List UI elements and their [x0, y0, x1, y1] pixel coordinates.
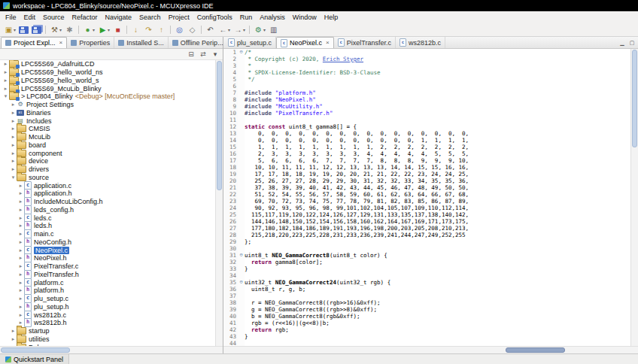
- code-line[interactable]: 23 69, 70, 72, 73, 74, 75, 77, 78, 79, 8…: [223, 198, 638, 205]
- code-line[interactable]: 14 0, 0, 0, 0, 0, 0, 0, 0, 0, 0, 0, 0, 1…: [223, 137, 638, 144]
- tree-expand-icon[interactable]: ▸: [17, 296, 24, 302]
- code-line[interactable]: 33}: [223, 265, 638, 272]
- menu-analysis[interactable]: Analysis: [256, 13, 289, 22]
- menu-configtools[interactable]: ConfigTools: [193, 13, 236, 22]
- dropdown-arrow-icon[interactable]: ▾: [228, 27, 230, 32]
- menu-refactor[interactable]: Refactor: [68, 13, 102, 22]
- tree-item-drivers[interactable]: ▸drivers: [0, 165, 223, 174]
- line-number[interactable]: 32: [223, 259, 238, 265]
- line-number[interactable]: 40: [223, 313, 238, 320]
- line-number[interactable]: 41: [223, 320, 238, 326]
- editor-horizontal-scrollbar[interactable]: [223, 346, 638, 353]
- tree-horizontal-scrollbar-thumb[interactable]: [1, 347, 70, 353]
- code-line[interactable]: 9#include "McuUtility.h": [223, 103, 638, 110]
- tree-item-neopixel-c[interactable]: ▸cNeoPixel.c: [0, 246, 223, 254]
- step-into-button[interactable]: ↓: [130, 24, 141, 35]
- maximize-editor-button[interactable]: ▢: [628, 40, 636, 46]
- line-number[interactable]: 6: [223, 83, 238, 89]
- editor-vertical-scrollbar-thumb[interactable]: [632, 50, 637, 147]
- dropdown-arrow-icon[interactable]: ▾: [243, 27, 245, 32]
- collapse-all-button[interactable]: ⊟: [187, 50, 196, 58]
- editor-tab-pixeltransfer-c[interactable]: cPixelTransfer.c: [334, 37, 396, 48]
- line-number[interactable]: 43: [223, 333, 238, 340]
- code-line[interactable]: 2 * Copyright (c) 2020, Erich Styger: [223, 56, 638, 62]
- run-button[interactable]: ▶▾: [97, 24, 111, 35]
- line-number[interactable]: 31: [223, 252, 238, 259]
- line-number[interactable]: 2: [223, 56, 238, 62]
- line-number[interactable]: 20: [223, 177, 238, 184]
- tree-item-pixeltransfer-h[interactable]: ▸hPixelTransfer.h: [0, 271, 223, 279]
- line-number[interactable]: 9: [223, 103, 238, 110]
- code-line[interactable]: 17 5, 6, 6, 6, 6, 7, 7, 7, 7, 8, 8, 8, 9…: [223, 157, 638, 164]
- menu-run[interactable]: Run: [236, 13, 257, 22]
- tree-expand-icon[interactable]: ▸: [10, 102, 17, 108]
- dropdown-arrow-icon[interactable]: ▾: [108, 27, 110, 32]
- tree-item-cmsis[interactable]: ▸CMSIS: [0, 125, 223, 133]
- tree-item-includes[interactable]: ▸▤Includes: [0, 117, 223, 125]
- tree-item-startup[interactable]: ▸startup: [0, 327, 223, 335]
- fold-marker-icon[interactable]: ⊖: [238, 252, 245, 259]
- view-menu-button[interactable]: ▾: [211, 50, 220, 58]
- tree-expand-icon[interactable]: ▸: [17, 247, 24, 253]
- tree-collapse-icon[interactable]: ▾: [2, 93, 9, 99]
- tree-item-component[interactable]: ▸component: [0, 149, 223, 157]
- view-tab-project-expl[interactable]: Project Expl...×: [1, 37, 67, 48]
- line-number[interactable]: 28: [223, 232, 238, 238]
- search-button[interactable]: ◎: [174, 24, 185, 35]
- line-number[interactable]: 37: [223, 293, 238, 299]
- tree-item-project-settings[interactable]: ▸⚙Project Settings: [0, 101, 223, 109]
- tree-item-lpc55s69-hello-world-ns[interactable]: ▸LPC55S69_hello_world_ns: [0, 68, 223, 77]
- tree-item-binaries[interactable]: ▸01Binaries: [0, 109, 223, 117]
- line-number[interactable]: 23: [223, 198, 238, 205]
- new-wizard-button[interactable]: ▣▾: [3, 24, 17, 35]
- close-icon[interactable]: ×: [59, 40, 63, 46]
- menu-window[interactable]: Window: [289, 13, 321, 22]
- tree-expand-icon[interactable]: ▸: [2, 61, 9, 67]
- tree-item-leds-config-h[interactable]: ▸hleds_config.h: [0, 206, 223, 214]
- line-number[interactable]: 22: [223, 191, 238, 198]
- tree-item-device[interactable]: ▸device: [0, 157, 223, 165]
- line-number[interactable]: 34: [223, 272, 238, 279]
- line-number[interactable]: 14: [223, 137, 238, 144]
- editor-horizontal-scrollbar-thumb[interactable]: [506, 347, 565, 353]
- tree-item-lpc55s69-mculib-blinky[interactable]: ▸LPC55S69_McuLib_Blinky: [0, 84, 223, 93]
- tree-item-platform-c[interactable]: ▸cplatform.c: [0, 278, 223, 287]
- tree-horizontal-scrollbar[interactable]: [0, 346, 223, 353]
- tree-vertical-scrollbar[interactable]: [215, 60, 223, 346]
- code-line[interactable]: 3 *: [223, 62, 638, 69]
- code-line[interactable]: 40 b = NEO_GammaCorrect8(rgb&0xff);: [223, 313, 638, 320]
- tree-expand-icon[interactable]: ▸: [17, 190, 24, 196]
- tree-item-application-c[interactable]: ▸capplication.c: [0, 181, 223, 190]
- code-line[interactable]: 15 1, 1, 1, 1, 1, 1, 1, 1, 1, 2, 2, 2, 2…: [223, 144, 638, 150]
- tree-expand-icon[interactable]: ▸: [10, 336, 17, 342]
- code-line[interactable]: 37: [223, 293, 638, 299]
- tree-expand-icon[interactable]: ▸: [17, 287, 24, 293]
- tree-item-mculib[interactable]: ▸McuLib: [0, 133, 223, 141]
- line-number[interactable]: 18: [223, 164, 238, 171]
- terminal-button[interactable]: ▥: [268, 24, 279, 35]
- tree-item-application-h[interactable]: ▸happlication.h: [0, 190, 223, 198]
- tree-expand-icon[interactable]: ▸: [17, 304, 24, 310]
- tree-expand-icon[interactable]: ▸: [10, 134, 17, 140]
- view-tab-installed-s[interactable]: Installed S...: [114, 37, 169, 48]
- save-button[interactable]: [18, 24, 29, 35]
- code-line[interactable]: 39 g = NEO_GammaCorrect8((rgb>>8)&0xff);: [223, 306, 638, 313]
- line-number[interactable]: 3: [223, 62, 238, 69]
- link-with-editor-button[interactable]: ⇄: [199, 50, 208, 58]
- line-number[interactable]: 27: [223, 225, 238, 232]
- tree-item-neopixel-h[interactable]: ▸hNeoPixel.h: [0, 254, 223, 262]
- tree-expand-icon[interactable]: ▸: [10, 166, 17, 172]
- tree-expand-icon[interactable]: ▸: [17, 312, 24, 318]
- code-line[interactable]: 19 17, 17, 18, 18, 19, 19, 20, 20, 21, 2…: [223, 171, 638, 177]
- line-number[interactable]: 16: [223, 150, 238, 157]
- editor-viewport[interactable]: 1⊖/*2 * Copyright (c) 2020, Erich Styger…: [223, 49, 638, 346]
- tree-expand-icon[interactable]: ▸: [10, 142, 17, 148]
- save-all-button[interactable]: [31, 24, 42, 35]
- line-number[interactable]: 10: [223, 110, 238, 117]
- code-line[interactable]: 42 return rgb;: [223, 326, 638, 333]
- tree-item-platform-h[interactable]: ▸hplatform.h: [0, 287, 223, 295]
- code-line[interactable]: 44: [223, 340, 638, 346]
- build-button[interactable]: ⚒▾: [49, 24, 62, 35]
- minimize-editor-button[interactable]: ▁: [618, 40, 626, 46]
- tree-expand-icon[interactable]: ▸: [17, 263, 24, 269]
